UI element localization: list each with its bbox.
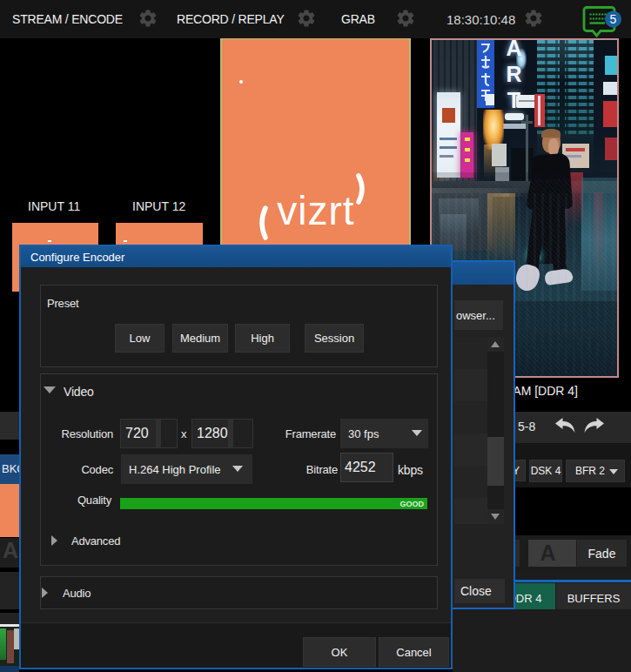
svg-text:vizrt: vizrt	[277, 188, 354, 233]
svg-text:5: 5	[610, 12, 617, 26]
